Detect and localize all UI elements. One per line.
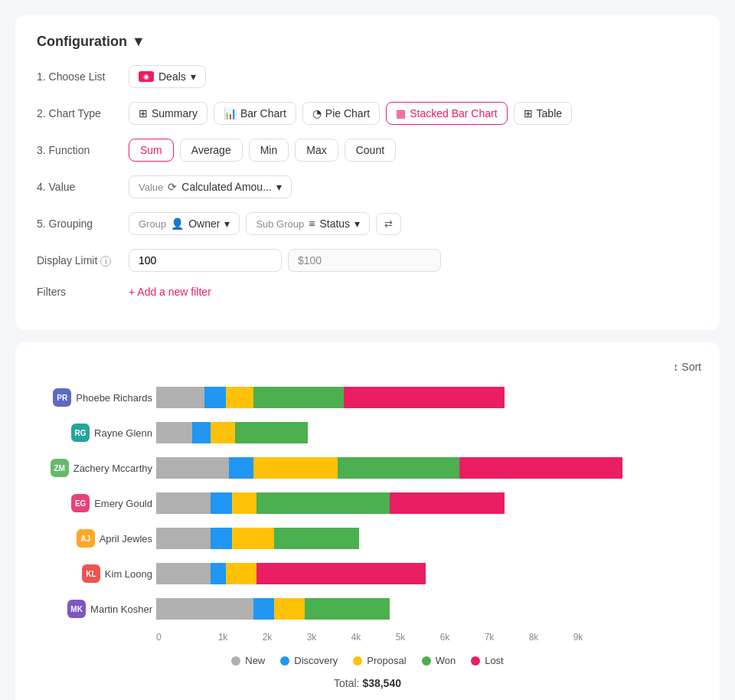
legend-item: Won: [422, 655, 456, 666]
group-dropdown-icon: ▾: [224, 218, 230, 230]
table-chart-btn[interactable]: ⊞ Table: [514, 102, 572, 125]
display-limit-label: Display Limit i: [37, 254, 129, 267]
bar-segment-discovery: [211, 492, 232, 514]
legend-label: Lost: [485, 655, 504, 666]
pie-chart-btn[interactable]: ◔ Pie Chart: [302, 102, 380, 125]
display-limit-input[interactable]: [129, 249, 282, 272]
bar-segment-discovery: [211, 528, 232, 549]
filters-label: Filters: [37, 286, 129, 298]
group-prefix: Group: [139, 218, 166, 230]
sort-icon: ↕: [673, 361, 678, 373]
chart-total: Total: $38,540: [34, 677, 701, 689]
bar-row: MKMartin Kosher: [156, 597, 701, 621]
bar-row: PRPhoebe Richards: [156, 385, 701, 410]
value-label: 4. Value: [37, 181, 129, 193]
filters-row: Filters + Add a new filter: [37, 286, 698, 298]
bar-row: ZMZachery Mccarthy: [156, 456, 701, 480]
bar-label: AJApril Jewles: [34, 529, 152, 548]
bar-segment-discovery: [229, 457, 253, 479]
grouping-row: 5. Grouping Group 👤 Owner ▾ Sub Group ≡ …: [37, 212, 698, 235]
person-name: April Jewles: [100, 533, 152, 545]
bar-segment-lost: [459, 457, 623, 479]
legend-color-dot: [280, 656, 289, 666]
avatar: RG: [71, 424, 90, 442]
bar-segment-discovery: [211, 563, 226, 584]
sort-button[interactable]: ↕ Sort: [673, 361, 701, 373]
bar-label: PRPhoebe Richards: [34, 388, 152, 407]
swap-icon: ⇄: [384, 218, 393, 230]
legend-label: Discovery: [294, 655, 338, 666]
bar-segment-new: [156, 387, 204, 408]
bar-segment-new: [156, 563, 211, 584]
dropdown-arrow-icon: ▾: [191, 70, 196, 83]
person-name: Zachery Mccarthy: [74, 463, 152, 474]
legend-color-dot: [353, 656, 362, 666]
summary-icon: ⊞: [139, 107, 148, 119]
bar-segment-discovery: [192, 422, 211, 443]
x-tick: 1k: [201, 632, 245, 643]
total-value: $38,540: [362, 677, 401, 689]
info-icon[interactable]: i: [100, 256, 111, 267]
bar-segment-proposal: [253, 457, 338, 479]
min-btn[interactable]: Min: [249, 139, 289, 162]
bar-chart-btn[interactable]: 📊 Bar Chart: [214, 102, 296, 125]
bar-segment-lost: [390, 492, 505, 514]
chevron-down-icon: ▼: [132, 34, 145, 50]
subgroup-value: Status: [319, 218, 350, 230]
bar-segment-new: [156, 598, 253, 620]
avatar: PR: [53, 388, 71, 407]
subgroup-select[interactable]: Sub Group ≡ Status ▾: [246, 212, 370, 235]
x-tick: 8k: [511, 632, 556, 643]
bar-segment-new: [156, 528, 211, 549]
avatar: KL: [82, 564, 100, 583]
avatar: MK: [67, 600, 86, 618]
bar-segments: [156, 387, 701, 408]
subgroup-list-icon: ≡: [309, 218, 315, 230]
bar-segment-won: [235, 422, 308, 443]
display-limit-row: Display Limit i $100: [37, 249, 698, 272]
bar-segment-won: [274, 528, 359, 549]
x-tick: 9k: [556, 632, 600, 643]
bar-label: ZMZachery Mccarthy: [34, 459, 152, 477]
legend-item: Lost: [471, 655, 504, 666]
list-select[interactable]: ◉ Deals ▾: [129, 65, 206, 88]
legend-label: Proposal: [367, 655, 406, 666]
bar-segment-proposal: [226, 563, 256, 584]
swap-button[interactable]: ⇄: [376, 213, 401, 235]
group-select[interactable]: Group 👤 Owner ▾: [129, 212, 240, 235]
chart-type-row: 2. Chart Type ⊞ Summary 📊 Bar Chart ◔ Pi…: [37, 102, 698, 125]
bar-segment-proposal: [232, 492, 256, 514]
bar-segment-proposal: [226, 387, 253, 408]
bar-segment-won: [256, 492, 390, 514]
list-value: Deals: [158, 70, 186, 83]
stacked-bar-icon: ▦: [396, 107, 406, 119]
summary-chart-btn[interactable]: ⊞ Summary: [129, 102, 207, 125]
calculated-amount-icon: ⟳: [168, 181, 177, 193]
legend-label: Won: [436, 655, 456, 666]
add-filter-button[interactable]: + Add a new filter: [129, 286, 211, 298]
x-tick: 4k: [334, 632, 378, 643]
bar-label: EGEmery Gould: [34, 494, 152, 512]
value-select[interactable]: Value ⟳ Calculated Amou... ▾: [129, 175, 292, 198]
subgroup-dropdown-icon: ▾: [354, 218, 360, 230]
group-value: Owner: [188, 218, 220, 230]
bar-row: KLKim Loong: [156, 561, 701, 586]
person-name: Kim Loong: [105, 568, 152, 580]
deals-icon: ◉: [139, 71, 154, 82]
bar-label: MKMartin Kosher: [34, 600, 152, 618]
stacked-bar-chart-btn[interactable]: ▦ Stacked Bar Chart: [386, 102, 507, 125]
bar-segments: [156, 563, 701, 584]
count-btn[interactable]: Count: [345, 139, 396, 162]
subgroup-prefix: Sub Group: [256, 218, 304, 230]
person-name: Phoebe Richards: [76, 392, 152, 404]
chart-area: PRPhoebe RichardsRGRayne GlennZMZachery …: [34, 385, 701, 643]
bar-segment-proposal: [211, 422, 235, 443]
max-btn[interactable]: Max: [295, 139, 338, 162]
avatar: ZM: [51, 459, 69, 477]
bar-segments: [156, 528, 701, 549]
bar-row: EGEmery Gould: [156, 491, 701, 515]
bar-row: RGRayne Glenn: [156, 420, 701, 445]
average-btn[interactable]: Average: [180, 139, 243, 162]
bar-segment-proposal: [274, 598, 305, 620]
sum-btn[interactable]: Sum: [129, 139, 174, 162]
